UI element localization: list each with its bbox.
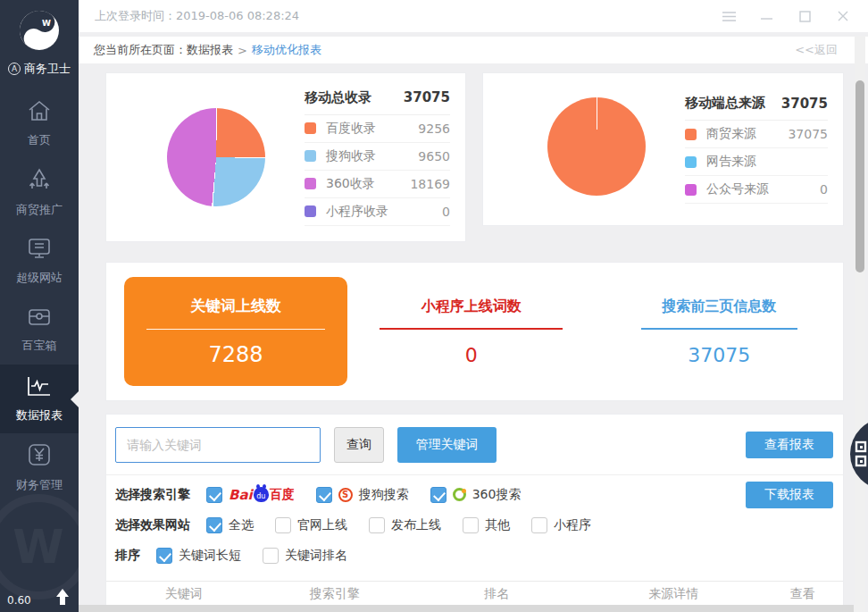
checkbox-icon	[275, 517, 291, 533]
checkbox-icon	[369, 517, 385, 533]
site-filter-row: 选择效果网站 全选 官网上线 发布上线 其他	[106, 514, 843, 536]
site-all-checkbox[interactable]: 全选	[206, 517, 254, 533]
query-card: 查询 管理关键词 查看报表 下载报表 选择搜索引擎 Bai du 百度	[105, 414, 844, 607]
table-header-engine: 搜索引擎	[261, 586, 408, 602]
vertical-scrollbar-track[interactable]	[855, 36, 865, 612]
sort-rank-checkbox[interactable]: 关键词排名	[263, 548, 347, 564]
mobile-inclusion-pie-chart	[167, 108, 265, 206]
engine-filter-label: 选择搜索引擎	[115, 487, 190, 503]
horizontal-scrollbar[interactable]	[79, 605, 854, 612]
sidebar-item-data-report[interactable]: 数据报表	[0, 365, 79, 433]
brand-badge-icon: A	[8, 63, 21, 75]
sidebar-item-website[interactable]: 超级网站	[0, 227, 79, 296]
site-label: 全选	[229, 517, 254, 533]
site-other-checkbox[interactable]: 其他	[463, 517, 510, 533]
site-publish-checkbox[interactable]: 发布上线	[369, 517, 441, 533]
chart-total: 37075	[781, 96, 828, 112]
table-header-rank: 排名	[408, 586, 585, 602]
query-button[interactable]: 查询	[334, 427, 384, 463]
site-label: 其他	[485, 517, 510, 533]
sort-label: 关键词长短	[179, 548, 241, 564]
close-icon[interactable]	[838, 11, 852, 21]
legend-item: 商贸来源 37075	[685, 121, 828, 148]
checkbox-icon	[263, 548, 279, 564]
legend-swatch	[685, 156, 697, 168]
site-miniprogram-checkbox[interactable]: 小程序	[531, 517, 591, 533]
svg-text:W: W	[42, 19, 51, 28]
watermark-logo: W	[0, 494, 79, 599]
stat-miniprogram-words[interactable]: 小程序上线词数 0	[347, 298, 596, 366]
legend-item: 搜狗收录 9650	[305, 143, 450, 171]
sidebar-item-label: 超级网站	[16, 270, 63, 286]
promote-arrows-icon	[27, 168, 52, 195]
sogou-logo-icon: S	[338, 488, 353, 502]
legend-item: 百度收录 9256	[305, 115, 450, 143]
vertical-scrollbar-thumb[interactable]	[855, 80, 864, 272]
checkbox-icon	[531, 517, 547, 533]
sidebar-item-label: 数据报表	[16, 407, 63, 423]
table-header-keyword: 关键词	[106, 586, 261, 602]
site-official-checkbox[interactable]: 官网上线	[275, 517, 347, 533]
legend-value: 0	[442, 205, 450, 219]
home-icon	[27, 99, 52, 125]
checkbox-icon	[316, 487, 332, 503]
legend-value: 0	[820, 182, 828, 197]
app-window: W A 商务卫士 首页	[0, 0, 868, 612]
checkbox-icon	[206, 517, 222, 533]
legend-swatch	[305, 205, 316, 217]
legend-swatch	[685, 184, 697, 196]
sidebar-item-finance[interactable]: 财务管理	[0, 433, 79, 502]
baidu-logo-cn: 百度	[270, 487, 295, 503]
stat-divider	[641, 328, 797, 330]
sidebar-item-home[interactable]: 首页	[0, 89, 79, 158]
table-header-row: 关键词 搜索引擎 排名 来源详情 查看	[106, 581, 843, 607]
stat-divider	[380, 328, 563, 330]
app-logo-icon: W	[18, 9, 61, 55]
sidebar-item-toolbox[interactable]: 百宝箱	[0, 296, 79, 365]
stat-value: 7288	[208, 342, 263, 367]
site-label: 发布上线	[391, 517, 441, 533]
sidebar-item-promotion[interactable]: 商贸推广	[0, 158, 79, 227]
manage-keywords-button[interactable]: 管理关键词	[397, 427, 497, 463]
stat-value: 37075	[688, 344, 750, 366]
legend-item: 360收录 18169	[305, 171, 450, 198]
stat-keyword-online[interactable]: 关键词上线数 7288	[124, 277, 347, 386]
toolbox-icon	[27, 306, 52, 331]
engine-sogou-checkbox[interactable]: S 搜狗搜索	[316, 487, 409, 503]
baidu-logo-text: Bai	[229, 487, 253, 503]
divider	[106, 474, 843, 475]
stats-card: 关键词上线数 7288 小程序上线词数 0 搜索前三页信息数 37075	[105, 262, 844, 401]
engine-filter-row: 选择搜索引擎 Bai du 百度 S 搜狗搜索	[106, 483, 843, 506]
chart-title: 移动总收录	[305, 89, 371, 106]
minimize-icon[interactable]	[761, 12, 775, 21]
scroll-top-arrow-icon[interactable]	[55, 589, 70, 608]
back-link[interactable]: <<返回	[795, 42, 838, 58]
mobile-source-legend: 移动端总来源 37075 商贸来源 37075 网告来源	[685, 95, 828, 204]
engine-baidu-checkbox[interactable]: Bai du 百度	[206, 487, 295, 503]
site-filter-label: 选择效果网站	[115, 517, 190, 533]
menu-icon[interactable]	[722, 12, 737, 21]
legend-label: 商贸来源	[706, 126, 788, 142]
site-label: 小程序	[554, 517, 591, 533]
maximize-icon[interactable]	[799, 11, 814, 22]
breadcrumb-label: 您当前所在页面：数据报表	[94, 42, 233, 58]
legend-value: 9256	[418, 122, 450, 136]
title-bar: 上次登录时间：2019-08-06 08:28:24	[79, 0, 868, 32]
legend-label: 小程序收录	[326, 204, 442, 220]
legend-label: 搜狗收录	[326, 148, 418, 164]
sidebar-item-label: 百宝箱	[22, 338, 57, 354]
sort-label: 关键词排名	[285, 548, 347, 564]
download-report-button[interactable]: 下载报表	[746, 482, 833, 508]
breadcrumb-current-link[interactable]: 移动优化报表	[252, 42, 321, 58]
sort-filter-label: 排序	[115, 548, 140, 564]
stat-top3-info[interactable]: 搜索前三页信息数 37075	[596, 298, 844, 366]
qr-code-icon	[855, 440, 868, 467]
view-report-button[interactable]: 查看报表	[746, 432, 833, 458]
site-label: 官网上线	[297, 517, 347, 533]
sort-length-checkbox[interactable]: 关键词长短	[156, 548, 241, 564]
main-content: 您当前所在页面：数据报表 > 移动优化报表 <<返回 移动总收录 37075	[79, 32, 868, 612]
keyword-input[interactable]	[115, 427, 321, 463]
stat-value: 0	[465, 344, 478, 366]
legend-swatch	[305, 122, 316, 134]
engine-360-checkbox[interactable]: 360搜索	[430, 487, 522, 503]
